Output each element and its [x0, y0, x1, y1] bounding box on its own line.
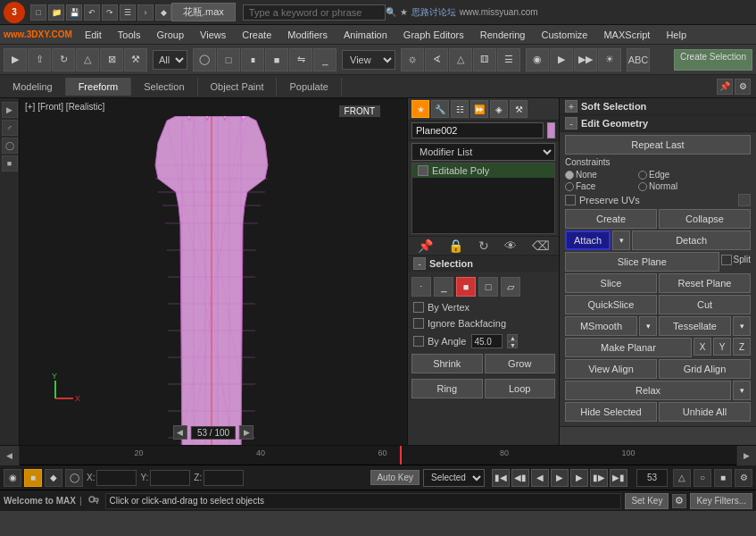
- cut-btn[interactable]: Cut: [659, 295, 751, 314]
- key-filters-btn[interactable]: Key Filters...: [690, 493, 752, 509]
- bell-icon[interactable]: ★: [400, 7, 408, 17]
- mirror-btn[interactable]: ⇋: [289, 48, 312, 71]
- bb-right-icon-2[interactable]: ○: [694, 469, 711, 487]
- menu-create[interactable]: Create: [235, 28, 278, 42]
- vertex-level-btn[interactable]: ⋅: [411, 277, 431, 297]
- collapse-btn[interactable]: Collapse: [659, 209, 751, 229]
- more-btn[interactable]: ›: [137, 4, 154, 21]
- filter-dropdown[interactable]: All: [153, 50, 187, 70]
- active-shade-btn[interactable]: ☀: [598, 48, 621, 71]
- tab-selection[interactable]: Selection: [131, 78, 197, 96]
- angle-value-input[interactable]: [471, 334, 503, 348]
- radio-normal[interactable]: Normal: [638, 181, 710, 191]
- left-btn-2[interactable]: ♂: [2, 120, 18, 136]
- text-btn[interactable]: ABC: [627, 48, 650, 71]
- angle-up-btn[interactable]: ▲: [507, 334, 518, 341]
- angle-snap-btn[interactable]: ∢: [425, 48, 448, 71]
- prev-key-btn[interactable]: ◀▮: [511, 469, 529, 487]
- tessellate-settings-btn[interactable]: ▾: [733, 316, 751, 336]
- render-frame-btn[interactable]: ▶▶: [574, 48, 597, 71]
- nav-show-btn[interactable]: 👁: [504, 239, 517, 253]
- extra-btn[interactable]: ◆: [155, 4, 171, 21]
- ring-btn[interactable]: Ring: [411, 379, 483, 398]
- key-icon[interactable]: [86, 493, 102, 509]
- icon-display2[interactable]: ◈: [490, 100, 508, 118]
- edge-level-btn[interactable]: ⎯: [434, 277, 453, 297]
- y-input[interactable]: [150, 470, 190, 486]
- x-input[interactable]: [96, 470, 137, 486]
- tessellate-btn[interactable]: Tessellate: [659, 316, 731, 336]
- nav-delete-btn[interactable]: ⌫: [532, 239, 550, 253]
- next-frame-btn2[interactable]: ▶: [570, 469, 588, 487]
- search-input[interactable]: [243, 4, 386, 21]
- play-btn[interactable]: ▶: [551, 469, 569, 487]
- unhide-all-btn[interactable]: Unhide All: [659, 402, 751, 422]
- redo-btn[interactable]: ↷: [102, 4, 118, 21]
- relax-settings-btn[interactable]: ▾: [733, 381, 751, 400]
- tab-freeform[interactable]: Freeform: [66, 78, 132, 96]
- attach-btn[interactable]: Attach: [565, 230, 611, 250]
- grow-btn[interactable]: Grow: [485, 354, 556, 373]
- hide-selected-btn[interactable]: Hide Selected: [565, 402, 657, 422]
- timeline-left-btn[interactable]: ◀: [0, 446, 20, 465]
- radio-face[interactable]: Face: [565, 181, 636, 191]
- select-obj-btn[interactable]: ◯: [193, 48, 216, 71]
- tab-populate[interactable]: Populate: [277, 78, 341, 96]
- prev-frame-btn[interactable]: ◀: [173, 425, 187, 440]
- bb-right-icon-3[interactable]: ■: [714, 469, 732, 487]
- menu-help[interactable]: Help: [659, 28, 694, 42]
- y-btn[interactable]: Y: [713, 338, 731, 356]
- select-tool-btn[interactable]: ▶: [4, 48, 27, 71]
- by-vertex-checkbox[interactable]: [413, 302, 424, 313]
- create-selection-btn[interactable]: Create Selection: [674, 49, 752, 71]
- angle-down-btn[interactable]: ▼: [507, 341, 518, 348]
- left-btn-4[interactable]: ■: [2, 155, 18, 172]
- edit-geo-collapse-btn[interactable]: -: [565, 117, 577, 130]
- poly-level-btn[interactable]: □: [478, 277, 498, 297]
- preserve-uvs-checkbox[interactable]: [565, 195, 576, 205]
- soft-selection-header[interactable]: + Soft Selection: [560, 98, 756, 115]
- msmooth-settings-btn[interactable]: ▾: [639, 316, 657, 336]
- modifier-item-editable-poly[interactable]: Editable Poly: [412, 163, 554, 178]
- view-align-btn[interactable]: View Align: [565, 359, 657, 379]
- selected-dropdown[interactable]: Selected: [423, 469, 485, 487]
- object-name-input[interactable]: [411, 122, 544, 138]
- select-region-btn[interactable]: □: [217, 48, 240, 71]
- menu-edit[interactable]: Edit: [78, 28, 109, 42]
- menu-views[interactable]: Views: [193, 28, 233, 42]
- menu-customize[interactable]: Customize: [534, 28, 594, 42]
- search-icon[interactable]: 🔍: [386, 7, 396, 17]
- bb-icon-4[interactable]: ◯: [65, 469, 83, 487]
- icon-utilities[interactable]: ⚒: [510, 100, 528, 118]
- key-settings-btn[interactable]: ⚙: [672, 494, 686, 508]
- history-btn[interactable]: ☰: [120, 4, 136, 21]
- prev-frame-btn2[interactable]: ◀: [531, 469, 549, 487]
- reset-plane-btn[interactable]: Reset Plane: [659, 273, 751, 293]
- pin-icon[interactable]: 📌: [717, 79, 733, 95]
- goto-end-btn[interactable]: ▶▮: [610, 469, 627, 487]
- scale-tool-btn[interactable]: △: [76, 48, 99, 71]
- scale-snap-btn[interactable]: △: [449, 48, 472, 71]
- create-btn[interactable]: Create: [565, 209, 657, 229]
- bb-icon-1[interactable]: ◉: [4, 469, 21, 487]
- by-angle-checkbox[interactable]: [413, 336, 424, 347]
- icon-motion[interactable]: ⏩: [470, 100, 488, 118]
- shrink-btn[interactable]: Shrink: [411, 354, 483, 373]
- open-file-btn[interactable]: 📁: [48, 4, 64, 21]
- spinner-snap-btn[interactable]: ⚅: [473, 48, 496, 71]
- nav-cycle-btn[interactable]: ↻: [478, 239, 489, 253]
- menu-tools[interactable]: Tools: [111, 28, 148, 42]
- app-logo[interactable]: 3: [4, 2, 25, 23]
- goto-start-btn[interactable]: ▮◀: [492, 469, 510, 487]
- grid-align-btn[interactable]: Grid Align: [659, 359, 751, 379]
- left-btn-1[interactable]: ▶: [2, 102, 18, 118]
- auto-key-btn[interactable]: Auto Key: [370, 470, 420, 485]
- slice-btn[interactable]: Slice: [565, 273, 657, 293]
- left-btn-3[interactable]: ◯: [2, 138, 18, 154]
- bb-icon-2[interactable]: ■: [24, 469, 42, 487]
- menu-animation[interactable]: Animation: [336, 28, 395, 42]
- soft-sel-expand-btn[interactable]: +: [565, 100, 577, 113]
- new-file-btn[interactable]: □: [30, 4, 46, 21]
- modifier-list-dropdown[interactable]: Modifier List: [411, 143, 555, 161]
- rect-sel-btn[interactable]: ∎: [241, 48, 264, 71]
